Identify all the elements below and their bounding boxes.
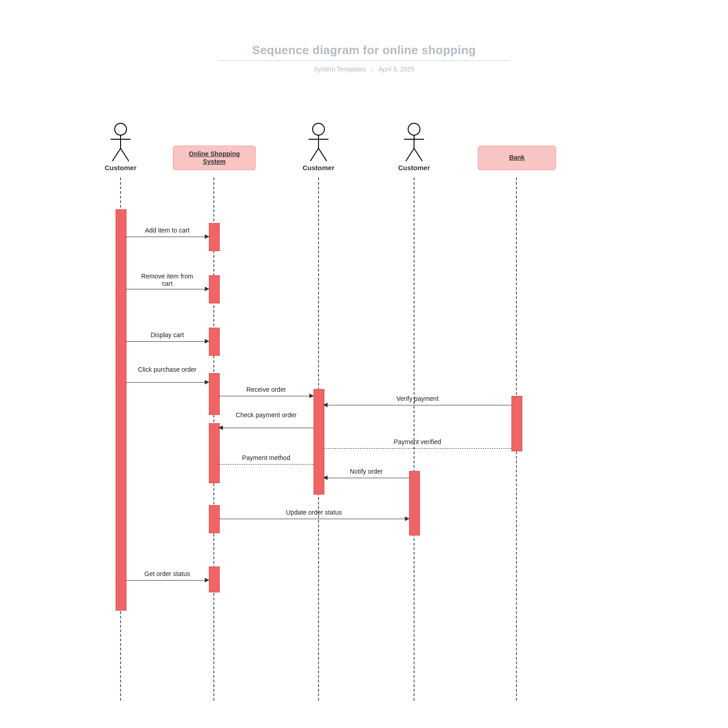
message-line	[126, 580, 209, 581]
message-1	[126, 289, 209, 289]
arrowhead-icon	[218, 425, 223, 430]
message-label-4: Receive order	[246, 386, 286, 393]
message-label-1: Remove item from cart	[136, 273, 199, 287]
arrowhead-icon	[205, 578, 209, 582]
message-line	[126, 382, 209, 383]
activation-system-6	[209, 505, 220, 533]
message-line	[126, 341, 209, 342]
message-7	[324, 448, 511, 449]
actor-icon	[108, 123, 133, 162]
message-label-0: Add item to cart	[145, 227, 189, 234]
svg-point-10	[408, 123, 420, 135]
svg-line-4	[121, 148, 129, 161]
message-line	[324, 405, 511, 405]
message-label-9: Notify order	[350, 468, 383, 475]
message-label-7: Payment verified	[394, 438, 441, 445]
message-line	[219, 464, 313, 465]
arrowhead-icon	[323, 403, 328, 407]
message-line	[126, 289, 209, 289]
message-label-11: Get order status	[144, 570, 190, 577]
activation-bank-10	[511, 396, 522, 451]
activation-system-2	[209, 275, 220, 303]
participant-label-bank: Bank	[509, 154, 525, 162]
message-line	[219, 396, 313, 396]
message-line	[219, 519, 409, 519]
svg-line-13	[406, 148, 414, 161]
message-label-5: Check payment order	[234, 411, 298, 419]
message-label-2: Display cart	[151, 331, 184, 339]
arrowhead-icon	[205, 339, 209, 344]
arrowhead-icon	[309, 394, 314, 398]
actor-customer: Customer	[102, 123, 139, 172]
actor-icon	[401, 123, 427, 162]
message-line	[324, 478, 409, 478]
message-11	[126, 580, 209, 581]
activation-customer-0	[116, 209, 126, 611]
message-2	[126, 341, 209, 342]
message-5	[219, 428, 313, 428]
activation-system-4	[209, 373, 220, 415]
svg-point-5	[313, 123, 324, 135]
svg-line-14	[414, 148, 422, 161]
svg-line-8	[310, 148, 318, 161]
activation-system-5	[209, 423, 220, 483]
message-6	[324, 405, 511, 405]
message-9	[324, 478, 409, 478]
actor-label-orderSvc: Customer	[300, 164, 337, 172]
message-3	[126, 382, 209, 383]
arrowhead-icon	[405, 516, 410, 521]
arrowhead-icon	[323, 446, 328, 450]
message-label-3: Click purchase order	[136, 366, 199, 373]
diagram-stage: CustomerOnline ShoppingSystem Customer C…	[0, 0, 728, 728]
message-line	[126, 237, 209, 237]
activation-system-3	[209, 328, 220, 356]
arrowhead-icon	[309, 462, 314, 466]
actor-label-notifySvc: Customer	[396, 164, 432, 172]
svg-point-0	[115, 123, 126, 135]
arrowhead-icon	[205, 234, 209, 239]
participant-bank: Bank	[478, 146, 556, 170]
svg-line-9	[318, 148, 327, 161]
participant-system: Online ShoppingSystem	[173, 146, 256, 170]
actor-label-customer: Customer	[102, 164, 139, 172]
message-10	[219, 519, 409, 519]
message-line	[324, 448, 511, 449]
actor-notifySvc: Customer	[396, 123, 432, 172]
activation-system-7	[209, 566, 220, 592]
activation-notifySvc-9	[409, 471, 420, 536]
message-label-10: Update order status	[286, 509, 342, 516]
arrowhead-icon	[205, 287, 209, 291]
message-label-8: Payment method	[242, 454, 290, 461]
message-line	[219, 428, 313, 428]
message-0	[126, 237, 209, 237]
actor-orderSvc: Customer	[300, 123, 337, 172]
arrowhead-icon	[323, 475, 328, 480]
svg-line-3	[112, 148, 121, 161]
participant-label-system: Online ShoppingSystem	[189, 150, 240, 166]
activation-system-1	[209, 223, 220, 251]
actor-icon	[306, 123, 331, 162]
message-4	[219, 396, 313, 396]
arrowhead-icon	[205, 380, 209, 384]
message-8	[219, 464, 313, 465]
message-label-6: Verify payment	[396, 395, 439, 402]
